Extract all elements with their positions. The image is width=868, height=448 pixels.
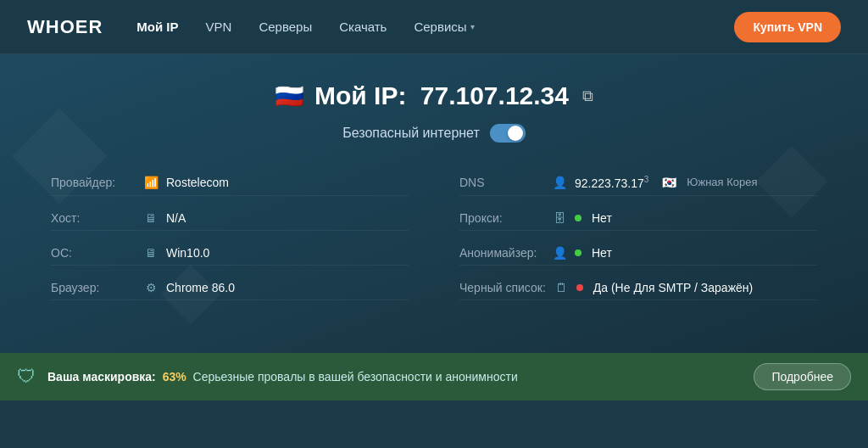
proxy-value: Нет: [592, 211, 612, 225]
safe-internet-toggle[interactable]: [490, 124, 526, 143]
proxy-row: Прокси: 🗄 Нет: [459, 206, 817, 231]
anonymizer-status-dot: [575, 249, 581, 256]
host-row: Хост: 🖥 N/A: [51, 206, 409, 231]
os-label: ОС:: [51, 246, 136, 260]
country-flag: 🇷🇺: [275, 82, 304, 110]
dns-country-name: Южная Корея: [687, 176, 757, 188]
wifi-icon: 📶: [142, 176, 159, 189]
provider-row: Провайдер: 📶 Rostelecom: [51, 170, 409, 196]
mask-label: Ваша маскировка:: [47, 370, 156, 384]
browser-label: Браузер:: [51, 281, 136, 294]
chevron-down-icon: ▾: [470, 22, 475, 31]
blacklist-icon: 🗒: [553, 281, 570, 294]
anonymizer-value: Нет: [592, 246, 612, 260]
os-value: Win10.0: [166, 246, 209, 260]
browser-icon: ⚙: [142, 281, 159, 294]
nav-item-download[interactable]: Скачать: [339, 20, 387, 34]
details-button[interactable]: Подробнее: [754, 363, 851, 390]
proxy-label: Прокси:: [459, 211, 544, 225]
safe-internet-row: Безопасный интернет: [51, 124, 817, 143]
blacklist-status-dot: [576, 284, 583, 291]
buy-vpn-button[interactable]: Купить VPN: [734, 12, 841, 42]
nav-item-vpn[interactable]: VPN: [206, 20, 232, 34]
nav-item-myip[interactable]: Мой IP: [136, 20, 178, 34]
mask-description: Серьезные провалы в вашей безопасности и…: [193, 370, 518, 384]
nav-item-services[interactable]: Сервисы ▾: [414, 20, 474, 34]
header: WHOER Мой IP VPN Серверы Скачать Сервисы…: [0, 0, 868, 54]
blacklist-row: Черный список: 🗒 Да (Не Для SMTP / Зараж…: [459, 276, 817, 300]
anonymizer-icon: 👤: [551, 246, 568, 260]
proxy-status-dot: [575, 215, 581, 221]
anonymizer-row: Анонимайзер: 👤 Нет: [459, 241, 817, 266]
bottom-bar: 🛡 Ваша маскировка: 63% Серьезные провалы…: [0, 353, 868, 400]
host-icon: 🖥: [142, 211, 159, 225]
dns-label: DNS: [459, 176, 544, 189]
safe-internet-label: Безопасный интернет: [342, 126, 480, 141]
dns-icon: 👤: [551, 176, 568, 189]
dns-country-flag: 🇰🇷: [662, 176, 676, 189]
logo: WHOER: [27, 16, 103, 38]
provider-value: Rostelecom: [166, 176, 229, 189]
ip-heading: Мой IP: 77.107.12.34: [314, 81, 569, 110]
nav-item-servers[interactable]: Серверы: [259, 20, 312, 34]
mask-percent: 63%: [163, 370, 186, 384]
blacklist-value: Да (Не Для SMTP / Заражён): [593, 281, 753, 294]
mask-text: Ваша маскировка: 63% Серьезные провалы в…: [47, 370, 742, 384]
os-row: ОС: 🖥 Win10.0: [51, 241, 409, 266]
proxy-icon: 🗄: [551, 211, 568, 225]
nav: Мой IP VPN Серверы Скачать Сервисы ▾: [136, 20, 734, 34]
os-icon: 🖥: [142, 246, 159, 260]
mask-icon: 🛡: [17, 366, 36, 388]
anonymizer-label: Анонимайзер:: [459, 246, 544, 260]
toggle-knob: [508, 126, 523, 141]
info-grid: Провайдер: 📶 Rostelecom DNS 👤 92.223.73.…: [51, 170, 817, 300]
host-value: N/A: [166, 211, 186, 225]
host-label: Хост:: [51, 211, 136, 225]
dns-value: 92.223.73.173: [575, 175, 648, 190]
copy-icon[interactable]: ⧉: [582, 87, 593, 105]
ip-title-row: 🇷🇺 Мой IP: 77.107.12.34 ⧉: [51, 81, 817, 110]
browser-row: Браузер: ⚙ Chrome 86.0: [51, 276, 409, 300]
blacklist-label: Черный список:: [459, 281, 546, 294]
main-content: 🇷🇺 Мой IP: 77.107.12.34 ⧉ Безопасный инт…: [0, 54, 868, 400]
